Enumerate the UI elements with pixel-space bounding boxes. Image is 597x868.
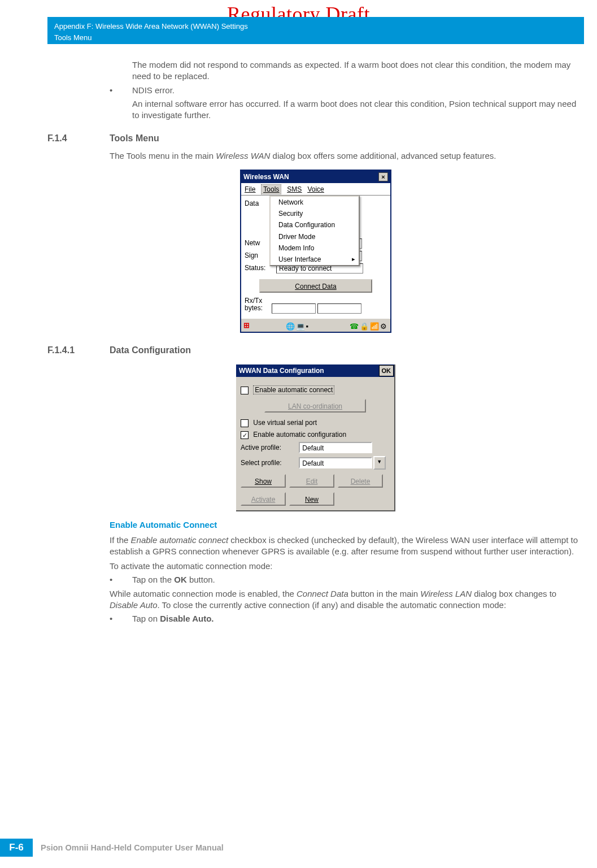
- txt-em: Wireless LAN: [420, 589, 472, 598]
- label-vserial: Use virtual serial port: [253, 419, 317, 427]
- txt: Tap on: [132, 614, 160, 623]
- header-line1: Appendix F: Wireless Wide Area Network (…: [54, 21, 577, 32]
- enable-auto-p2: To activate the automatic connection mod…: [110, 561, 584, 572]
- enable-auto-p3: While automatic connection mode is enabl…: [110, 588, 584, 611]
- row-auto-connect: Enable automatic connect: [241, 385, 390, 394]
- titlebar: Wireless WAN ×: [241, 171, 390, 183]
- label-rxtx: Rx/Tx bytes:: [245, 297, 272, 312]
- txt: . To close the currently active connecti…: [158, 600, 507, 610]
- txt-em: Enable automatic connect: [131, 535, 229, 545]
- select-profile-combo[interactable]: Default: [299, 457, 372, 468]
- start-icon[interactable]: ⊞: [243, 320, 250, 331]
- menu-voice[interactable]: Voice: [307, 185, 324, 194]
- enable-auto-p1: If the Enable automatic connect checkbox…: [110, 535, 584, 558]
- txt-b: Disable Auto.: [160, 614, 213, 623]
- label-auto-connect: Enable automatic connect: [253, 385, 334, 394]
- checkbox-vserial[interactable]: [241, 419, 249, 427]
- footer: F-6 Psion Omnii Hand-Held Computer User …: [0, 839, 294, 857]
- txt-em: Wireless WAN: [216, 151, 270, 160]
- close-icon[interactable]: ×: [378, 172, 388, 181]
- sec-f14-title: Tools Menu: [110, 132, 159, 145]
- taskbar: ⊞ 🌐 💻 ▪ ☎ 🔒 📶 ⚙: [241, 318, 390, 332]
- tray-icon[interactable]: ⚙: [380, 322, 388, 329]
- menu-sms[interactable]: SMS: [287, 185, 302, 194]
- label-netw: Netw: [245, 238, 272, 248]
- txt: The Tools menu in the main: [110, 151, 216, 160]
- menu-item[interactable]: Network: [271, 197, 359, 208]
- window-title: Wireless WAN: [243, 172, 289, 181]
- enable-auto-heading: Enable Automatic Connect: [110, 519, 584, 531]
- txt: dialog box changes to: [472, 589, 556, 598]
- txt-em: Connect Data: [297, 589, 348, 598]
- sec-f141-title: Data Configuration: [110, 344, 191, 357]
- ok-button[interactable]: OK: [379, 365, 394, 376]
- intro-bullet: NDIS error.: [132, 85, 175, 96]
- label-active-profile: Active profile:: [241, 443, 297, 452]
- bullet-ok: Tap on the OK button.: [132, 574, 215, 585]
- menubar: File Tools SMS Voice: [241, 183, 390, 196]
- menu-item[interactable]: Driver Mode: [271, 231, 359, 242]
- sec-f141-num: F.1.4.1: [47, 344, 110, 357]
- menu-item[interactable]: Data Configuration: [271, 219, 359, 231]
- activate-button: Activate: [241, 492, 286, 506]
- bullet-dot: •: [110, 613, 132, 624]
- sec-f14-num: F.1.4: [47, 132, 110, 145]
- tray-icon[interactable]: 🔒: [360, 322, 368, 329]
- txt-em: Disable Auto: [110, 600, 158, 610]
- intro-p1: The modem did not respond to commands as…: [132, 59, 584, 83]
- page-content: The modem did not respond to commands as…: [47, 59, 584, 627]
- label-sign: Sign: [245, 251, 272, 260]
- checkbox-auto-connect[interactable]: [241, 387, 249, 394]
- checkbox-auto-config[interactable]: ✓: [241, 431, 249, 439]
- intro-p2: An internal software error has occurred.…: [132, 98, 584, 121]
- menu-item[interactable]: User Interface: [271, 254, 359, 265]
- tray-icon[interactable]: ▪: [306, 322, 314, 329]
- window-title: WWAN Data Configuration: [239, 366, 324, 375]
- tools-dropdown: Network Security Data Configuration Driv…: [269, 196, 360, 266]
- wireless-wan-window: Wireless WAN × File Tools SMS Voice Netw…: [240, 170, 391, 333]
- bullet-dot: •: [110, 85, 132, 96]
- header-line2: Tools Menu: [54, 32, 577, 44]
- footer-text: Psion Omnii Hand-Held Computer User Manu…: [41, 843, 224, 852]
- edit-button: Edit: [289, 474, 334, 488]
- txt: Tap on the: [132, 575, 174, 584]
- bullet-disable-auto: Tap on Disable Auto.: [132, 613, 214, 624]
- txt-b: OK: [174, 575, 187, 584]
- menu-item[interactable]: Security: [271, 208, 359, 219]
- label-data: Data: [245, 199, 272, 208]
- menu-tools[interactable]: Tools: [261, 184, 281, 194]
- menu-item[interactable]: Modem Info: [271, 242, 359, 254]
- txt: button in the main: [348, 589, 421, 598]
- header-bar: Appendix F: Wireless Wide Area Network (…: [47, 17, 584, 44]
- tx-field: [317, 303, 361, 314]
- wwan-data-config-window: WWAN Data Configuration OK Enable automa…: [236, 364, 395, 512]
- page-number: F-6: [0, 839, 33, 857]
- rx-field: [272, 303, 316, 314]
- txt: button.: [187, 575, 215, 584]
- sec-f14-desc: The Tools menu in the main Wireless WAN …: [110, 150, 584, 162]
- txt: If the: [110, 535, 131, 545]
- system-tray-right: ☎ 🔒 📶 ⚙: [350, 322, 388, 329]
- txt: dialog box offers some additional, advan…: [270, 151, 496, 160]
- show-button[interactable]: Show: [241, 474, 286, 488]
- delete-button: Delete: [338, 474, 383, 488]
- bullet-dot: •: [110, 574, 132, 585]
- active-profile-field: Default: [299, 442, 372, 453]
- tray-icon[interactable]: ☎: [350, 322, 358, 329]
- menu-file[interactable]: File: [245, 185, 255, 194]
- tray-icon[interactable]: 💻: [296, 322, 304, 329]
- connect-data-button[interactable]: Connect Data: [259, 279, 372, 293]
- new-button[interactable]: New: [289, 492, 334, 506]
- titlebar: WWAN Data Configuration OK: [236, 364, 394, 377]
- tray-icon[interactable]: 🌐: [286, 322, 294, 329]
- signal-icon[interactable]: 📶: [370, 322, 378, 329]
- label-select-profile: Select profile:: [241, 458, 297, 467]
- lan-coordination-button: LAN co-ordination: [264, 399, 366, 413]
- system-tray: 🌐 💻 ▪: [286, 322, 314, 329]
- txt: While automatic connection mode is enabl…: [110, 589, 297, 598]
- label-auto-config: Enable automatic configuration: [253, 431, 346, 439]
